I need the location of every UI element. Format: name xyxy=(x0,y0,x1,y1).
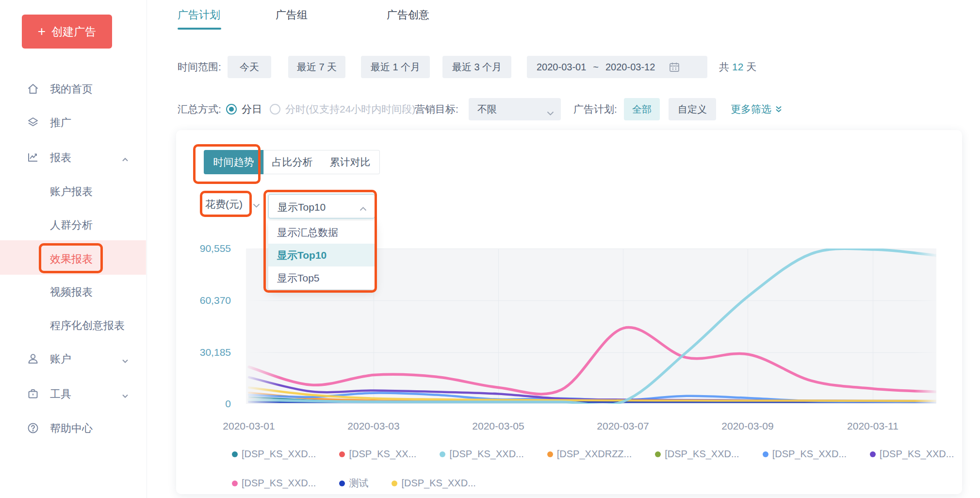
plus-icon: + xyxy=(38,25,46,38)
sidebar-item-reports[interactable]: 报表 xyxy=(0,146,146,169)
help-icon xyxy=(27,422,39,434)
tab-ad-creative[interactable]: 广告创意 xyxy=(387,8,429,22)
sidebar-item-help-center[interactable]: 帮助中心 xyxy=(0,416,146,440)
marketing-goal-select[interactable]: 不限 xyxy=(469,98,561,120)
y-tick-label: 0 xyxy=(176,398,231,410)
legend-item[interactable]: [DSP_KS_XX... xyxy=(339,448,416,460)
tab-ad-group[interactable]: 广告组 xyxy=(276,8,308,22)
sidebar-item-programmatic-creative-report[interactable]: 程序化创意报表 xyxy=(0,314,146,337)
legend-item[interactable]: [DSP_KS_XXD... xyxy=(392,478,475,489)
metric-select[interactable]: 花费(元) xyxy=(205,198,243,211)
legend-item[interactable]: [DSP_KS_XXD... xyxy=(232,478,316,489)
legend-dot-icon xyxy=(655,451,661,457)
series-line-7 xyxy=(249,327,936,394)
more-filters-button[interactable]: 更多筛选 xyxy=(731,98,783,120)
legend-item[interactable]: [DSP_KS_XXD... xyxy=(232,448,316,460)
tab-ad-plan[interactable]: 广告计划 xyxy=(178,8,220,22)
legend-row-1: [DSP_KS_XXD... [DSP_KS_XX... [DSP_KS_XXD… xyxy=(232,448,954,460)
legend-row-2: [DSP_KS_XXD... 测试 [DSP_KS_XXD... xyxy=(232,477,476,490)
total-days-value: 12 xyxy=(732,61,743,72)
legend-item[interactable]: [DSP_KS_XXD... xyxy=(440,448,523,460)
right-fade xyxy=(915,249,936,404)
sidebar-item-tools[interactable]: 工具 xyxy=(0,382,146,405)
y-tick-label: 90,555 xyxy=(176,243,231,254)
menu-option-opt[interactable]: 显示汇总数据 xyxy=(268,221,375,244)
topn-dropdown-menu: 显示汇总数据显示Top10显示Top5 xyxy=(268,221,375,289)
radio-by-hour[interactable] xyxy=(270,104,280,115)
radio-by-day-label[interactable]: 分日 xyxy=(242,98,262,120)
chip-today[interactable]: 今天 xyxy=(228,56,271,78)
chevron-down-icon[interactable] xyxy=(253,201,260,210)
toolbox-icon xyxy=(27,387,39,400)
x-tick-label: 2020-03-03 xyxy=(330,420,417,432)
x-tick-label: 2020-03-01 xyxy=(205,420,293,432)
view-tab-time-trend[interactable]: 时间趋势 xyxy=(204,150,263,174)
legend-dot-icon xyxy=(392,481,397,486)
total-days: 共12天 xyxy=(719,56,756,78)
view-tab-proportion[interactable]: 占比分析 xyxy=(263,150,321,174)
chip-last-3-months[interactable]: 最近 3 个月 xyxy=(442,56,511,78)
date-end: 2020-03-12 xyxy=(605,62,655,73)
y-tick-label: 60,370 xyxy=(176,295,231,306)
time-range-label: 时间范围: xyxy=(178,56,221,78)
sidebar-item-video-report[interactable]: 视频报表 xyxy=(0,280,146,303)
date-start: 2020-03-01 xyxy=(537,62,586,73)
legend-item[interactable]: [DSP_XXDRZZ... xyxy=(547,448,632,460)
chevron-down-icon xyxy=(547,107,554,118)
chevron-up-icon xyxy=(121,154,129,162)
ad-plan-all-chip[interactable]: 全部 xyxy=(624,98,660,120)
sidebar-item-account-report[interactable]: 账户报表 xyxy=(0,180,146,203)
calendar-icon xyxy=(669,61,680,73)
legend-item[interactable]: [DSP_KS_XXD... xyxy=(763,448,847,460)
chevron-down-icon xyxy=(121,355,129,363)
legend-dot-icon xyxy=(232,481,238,486)
legend-item[interactable]: [DSP_KS_XXD... xyxy=(655,448,739,460)
report-icon xyxy=(27,151,39,164)
topn-select[interactable]: 显示Top10 xyxy=(268,194,375,218)
effect-report-page: + 创建广告 我的首页 推广 报表 账户报表 人群分析 效果报表 视频报表 程序… xyxy=(0,0,980,498)
x-tick-label: 2020-03-11 xyxy=(829,420,916,432)
sidebar-item-home[interactable]: 我的首页 xyxy=(0,77,146,100)
marketing-goal-label: 营销目标: xyxy=(415,98,458,120)
x-tick-label: 2020-03-05 xyxy=(455,420,542,432)
legend-dot-icon xyxy=(870,451,876,457)
ad-plan-label: 广告计划: xyxy=(573,98,617,120)
layers-icon xyxy=(27,116,39,129)
x-tick-label: 2020-03-09 xyxy=(704,420,791,432)
date-separator: ~ xyxy=(593,62,599,73)
legend-dot-icon xyxy=(232,451,238,457)
sidebar-item-effect-report[interactable]: 效果报表 xyxy=(0,247,146,270)
sidebar: + 创建广告 我的首页 推广 报表 账户报表 人群分析 效果报表 视频报表 程序… xyxy=(0,0,147,498)
x-tick-label: 2020-03-07 xyxy=(579,420,667,432)
radio-by-hour-label[interactable]: 分时(仅支持24小时内时间段) xyxy=(285,98,415,120)
legend-dot-icon xyxy=(547,451,553,457)
chevron-down-icon xyxy=(121,390,129,398)
create-ad-button[interactable]: + 创建广告 xyxy=(22,15,112,49)
double-chevron-down-icon xyxy=(774,105,783,114)
sidebar-item-audience-analysis[interactable]: 人群分析 xyxy=(0,213,146,236)
view-tab-cumulative[interactable]: 累计对比 xyxy=(321,150,380,174)
menu-option-top10[interactable]: 显示Top10 xyxy=(268,244,375,266)
chip-last-7-days[interactable]: 最近 7 天 xyxy=(288,56,345,78)
topn-select-value: 显示Top10 xyxy=(278,200,326,214)
sidebar-item-account[interactable]: 账户 xyxy=(0,347,146,370)
sidebar-item-promotion[interactable]: 推广 xyxy=(0,111,146,134)
radio-by-day[interactable] xyxy=(226,104,237,115)
chevron-up-icon xyxy=(359,204,367,213)
legend-dot-icon xyxy=(440,451,445,457)
marketing-goal-value: 不限 xyxy=(477,103,497,116)
y-tick-label: 30,185 xyxy=(176,347,231,358)
legend-dot-icon xyxy=(339,481,345,486)
legend-dot-icon xyxy=(763,451,768,457)
legend-dot-icon xyxy=(339,451,345,457)
date-range-picker[interactable]: 2020-03-01 ~ 2020-03-12 xyxy=(527,56,707,78)
chart-card: 时间趋势 占比分析 累计对比 花费(元) 显示Top10 显示汇总数据显示Top… xyxy=(176,130,962,494)
chip-last-1-month[interactable]: 最近 1 个月 xyxy=(361,56,430,78)
summary-mode-label: 汇总方式: xyxy=(178,98,221,120)
home-icon xyxy=(27,83,39,95)
create-ad-label: 创建广告 xyxy=(51,24,96,39)
legend-item[interactable]: 测试 xyxy=(339,477,368,490)
legend-item[interactable]: [DSP_KS_XXD... xyxy=(870,448,954,460)
ad-plan-custom-chip[interactable]: 自定义 xyxy=(669,98,716,120)
menu-option-top5[interactable]: 显示Top5 xyxy=(268,266,375,289)
